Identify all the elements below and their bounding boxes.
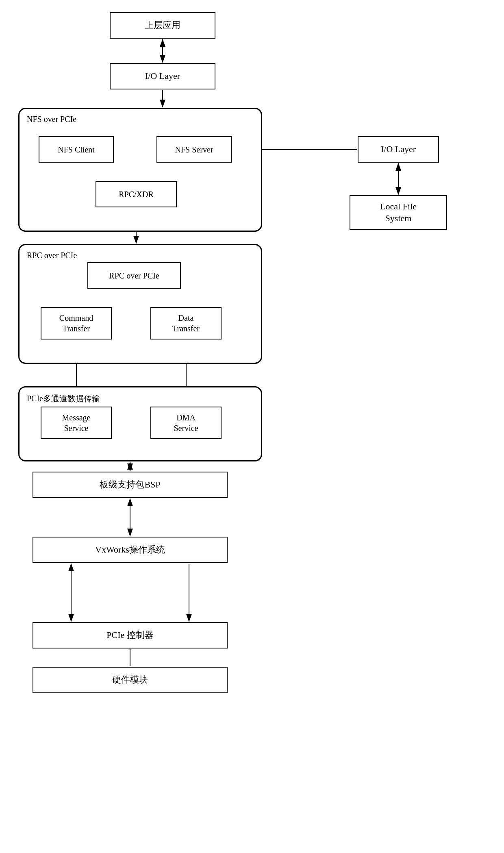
hardware-label: 硬件模块 xyxy=(112,674,148,686)
nfs-server-box: NFS Server xyxy=(156,136,232,163)
io-layer-top-box: I/O Layer xyxy=(110,63,215,89)
dma-service-label: DMAService xyxy=(174,412,198,433)
nfs-over-pcie-label: NFS over PCIe xyxy=(27,115,76,124)
command-transfer-label: CommandTransfer xyxy=(59,313,93,334)
vxworks-box: VxWorks操作系统 xyxy=(33,537,228,563)
pcie-multi-label: PCIe多通道数据传输 xyxy=(27,393,100,404)
nfs-over-pcie-container: NFS over PCIe xyxy=(18,108,262,232)
message-service-label: MessageService xyxy=(62,412,91,433)
bsp-label: 板级支持包BSP xyxy=(100,479,160,491)
data-transfer-label: DataTransfer xyxy=(172,313,200,334)
pcie-controller-box: PCIe 控制器 xyxy=(33,622,228,648)
message-service-box: MessageService xyxy=(41,407,112,439)
io-layer-top-label: I/O Layer xyxy=(145,70,180,82)
diagram-container: 上层应用 I/O Layer NFS over PCIe NFS Client … xyxy=(0,0,504,853)
command-transfer-box: CommandTransfer xyxy=(41,307,112,339)
rpc-over-pcie-container-label: RPC over PCIe xyxy=(27,251,77,260)
dma-service-box: DMAService xyxy=(150,407,222,439)
io-layer-right-box: I/O Layer xyxy=(358,136,439,163)
nfs-client-label: NFS Client xyxy=(58,144,95,155)
local-fs-box: Local FileSystem xyxy=(350,195,447,230)
vxworks-label: VxWorks操作系统 xyxy=(95,544,165,556)
rpc-over-pcie-inner-box: RPC over PCIe xyxy=(87,262,181,289)
top-app-box: 上层应用 xyxy=(110,12,215,39)
rpc-over-pcie-inner-label: RPC over PCIe xyxy=(109,270,159,281)
bsp-box: 板级支持包BSP xyxy=(33,472,228,498)
rpc-xdr-box: RPC/XDR xyxy=(96,181,177,207)
nfs-client-box: NFS Client xyxy=(39,136,114,163)
nfs-server-label: NFS Server xyxy=(175,144,213,155)
hardware-box: 硬件模块 xyxy=(33,667,228,693)
local-fs-label: Local FileSystem xyxy=(380,201,417,224)
rpc-xdr-label: RPC/XDR xyxy=(119,189,154,200)
io-layer-right-label: I/O Layer xyxy=(381,144,416,155)
pcie-controller-label: PCIe 控制器 xyxy=(106,629,154,641)
data-transfer-box: DataTransfer xyxy=(150,307,222,339)
top-app-label: 上层应用 xyxy=(145,20,180,31)
